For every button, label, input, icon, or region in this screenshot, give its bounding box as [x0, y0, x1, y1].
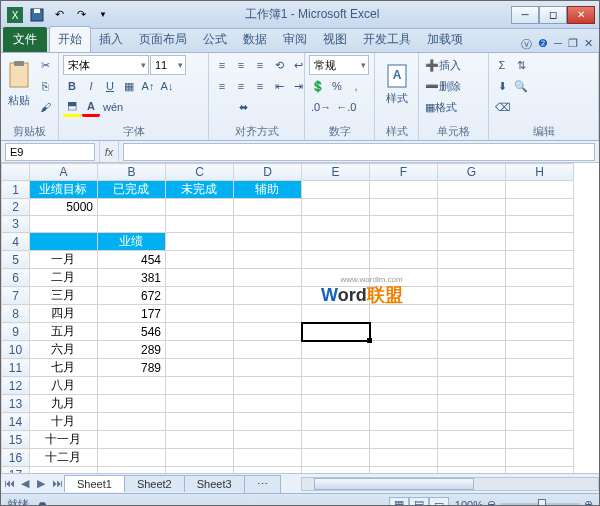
underline-button[interactable]: U [101, 76, 119, 96]
align-middle-icon[interactable]: ≡ [232, 55, 250, 75]
cell[interactable] [30, 233, 98, 251]
tab-insert[interactable]: 插入 [91, 27, 131, 52]
row-header[interactable]: 7 [2, 287, 30, 305]
formula-input[interactable] [123, 143, 595, 161]
cell[interactable] [370, 395, 438, 413]
zoom-level[interactable]: 100% [455, 499, 483, 507]
percent-icon[interactable]: % [328, 76, 346, 96]
cell[interactable]: 一月 [30, 251, 98, 269]
row-header[interactable]: 15 [2, 431, 30, 449]
col-header[interactable]: G [438, 164, 506, 181]
row-header[interactable]: 2 [2, 199, 30, 216]
doc-restore-icon[interactable]: ❐ [568, 37, 578, 52]
cell[interactable]: 四月 [30, 305, 98, 323]
cell[interactable] [166, 377, 234, 395]
cell[interactable] [438, 199, 506, 216]
cell[interactable] [506, 359, 574, 377]
row-header[interactable]: 11 [2, 359, 30, 377]
select-all-corner[interactable] [2, 164, 30, 181]
cell[interactable] [302, 199, 370, 216]
cell[interactable] [506, 449, 574, 467]
cell[interactable] [234, 377, 302, 395]
cell[interactable] [166, 449, 234, 467]
excel-icon[interactable]: X [5, 5, 25, 25]
cell[interactable] [370, 181, 438, 199]
row-header[interactable]: 12 [2, 377, 30, 395]
row-header[interactable]: 14 [2, 413, 30, 431]
cell[interactable] [234, 395, 302, 413]
tab-formulas[interactable]: 公式 [195, 27, 235, 52]
increase-decimal-icon[interactable]: .0→ [309, 97, 333, 117]
tab-review[interactable]: 审阅 [275, 27, 315, 52]
cell[interactable] [506, 251, 574, 269]
sheet-nav-next-icon[interactable]: ▶ [33, 477, 49, 490]
clear-icon[interactable]: ⌫ [493, 97, 513, 117]
autosum-icon[interactable]: Σ [493, 55, 511, 75]
cell[interactable] [506, 181, 574, 199]
copy-icon[interactable]: ⎘ [36, 76, 54, 96]
cell[interactable] [98, 216, 166, 233]
cell[interactable] [506, 287, 574, 305]
cell[interactable] [302, 269, 370, 287]
number-format-select[interactable]: 常规 [309, 55, 369, 75]
view-layout-icon[interactable]: ▤ [409, 497, 429, 507]
cell[interactable] [506, 199, 574, 216]
cell[interactable]: 辅助 [234, 181, 302, 199]
cell[interactable]: 546 [98, 323, 166, 341]
cell[interactable] [166, 413, 234, 431]
phonetic-button[interactable]: wén [101, 97, 125, 117]
zoom-out-button[interactable]: ⊖ [487, 498, 496, 506]
orientation-icon[interactable]: ⟲ [270, 55, 288, 75]
cell[interactable] [438, 467, 506, 474]
cell[interactable] [506, 233, 574, 251]
cell[interactable]: 七月 [30, 359, 98, 377]
cell[interactable] [166, 233, 234, 251]
insert-cells-button[interactable]: ➕ 插入 [423, 55, 483, 75]
decrease-decimal-icon[interactable]: ←.0 [334, 97, 358, 117]
cell[interactable] [370, 269, 438, 287]
cell[interactable] [98, 467, 166, 474]
cell[interactable] [506, 413, 574, 431]
cell[interactable] [438, 395, 506, 413]
format-cells-button[interactable]: ▦ 格式 [423, 97, 483, 117]
cell[interactable] [166, 305, 234, 323]
cell[interactable] [302, 359, 370, 377]
cell[interactable] [438, 341, 506, 359]
cell[interactable] [98, 395, 166, 413]
cell[interactable] [30, 216, 98, 233]
styles-button[interactable]: A 样式 [379, 55, 414, 113]
bold-button[interactable]: B [63, 76, 81, 96]
cell[interactable] [370, 216, 438, 233]
sheet-nav-prev-icon[interactable]: ◀ [17, 477, 33, 490]
cell[interactable] [98, 413, 166, 431]
doc-close-icon[interactable]: ✕ [584, 37, 593, 52]
row-header[interactable]: 1 [2, 181, 30, 199]
font-size-select[interactable]: 11 [150, 55, 186, 75]
cell[interactable] [302, 467, 370, 474]
col-header[interactable]: E [302, 164, 370, 181]
cell[interactable] [506, 431, 574, 449]
cell[interactable] [234, 467, 302, 474]
cell[interactable] [438, 431, 506, 449]
cell[interactable] [302, 216, 370, 233]
macro-record-icon[interactable]: ⏺ [37, 499, 48, 507]
cell[interactable] [506, 395, 574, 413]
comma-icon[interactable]: , [347, 76, 365, 96]
cell[interactable]: 289 [98, 341, 166, 359]
cell[interactable]: 5000 [30, 199, 98, 216]
cell[interactable] [234, 449, 302, 467]
cell[interactable] [438, 377, 506, 395]
row-header[interactable]: 5 [2, 251, 30, 269]
cell[interactable]: 十二月 [30, 449, 98, 467]
cell[interactable]: 十一月 [30, 431, 98, 449]
cell[interactable]: 177 [98, 305, 166, 323]
cell[interactable]: 业绩目标 [30, 181, 98, 199]
cell[interactable] [234, 199, 302, 216]
cell[interactable]: 业绩 [98, 233, 166, 251]
cell[interactable] [370, 341, 438, 359]
tab-page-layout[interactable]: 页面布局 [131, 27, 195, 52]
paste-button[interactable]: 粘贴 [5, 55, 33, 113]
find-icon[interactable]: 🔍 [512, 76, 530, 96]
view-pagebreak-icon[interactable]: ▭ [429, 497, 449, 507]
cell[interactable]: 已完成 [98, 181, 166, 199]
